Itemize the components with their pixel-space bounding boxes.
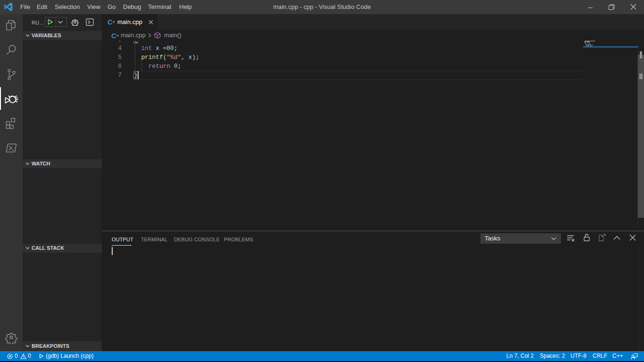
svg-text:C: C [107, 18, 113, 26]
svg-text:C: C [111, 32, 116, 40]
